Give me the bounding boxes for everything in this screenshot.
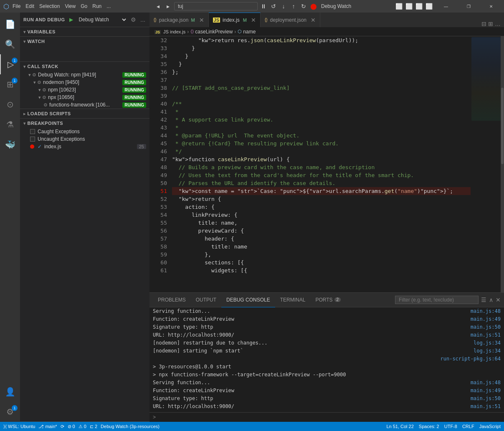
status-position[interactable]: Ln 51, Col 22 (386, 424, 413, 429)
code-line-39[interactable] (172, 92, 471, 100)
close-btn[interactable]: ✕ (481, 0, 501, 13)
code-line-45[interactable]: * @return {!Card} The resulting preview … (172, 139, 471, 147)
code-line-32[interactable]: "kw">return res.json(caseLinkPreview(par… (172, 36, 471, 44)
debug-step-over-btn[interactable]: ↓ (279, 2, 288, 10)
debug-pause-btn[interactable]: ⏸ (259, 2, 268, 10)
code-editor[interactable]: 3233343536373839404142434445464748495051… (149, 36, 471, 292)
status-ports[interactable]: ⊏ 2 (90, 424, 97, 429)
console-filter[interactable] (395, 296, 479, 304)
fullscreen-btn[interactable]: ⬜ (425, 2, 433, 10)
code-line-44[interactable]: * @param {!URL} url The event object. (172, 132, 471, 139)
command-search[interactable] (174, 2, 258, 10)
menu-run[interactable]: Run (92, 3, 101, 9)
code-line-50[interactable]: // Parses the URL and identify the case … (172, 179, 471, 187)
console-link[interactable]: main.js:49 (471, 387, 501, 395)
code-line-56[interactable]: previewCard: { (172, 227, 471, 235)
split-btn[interactable]: ⬜ (405, 2, 413, 10)
panel-btn[interactable]: ⬜ (415, 2, 423, 10)
activity-search[interactable]: 🔍 (0, 34, 20, 54)
tab-split-btn[interactable]: ⊟ (481, 20, 486, 27)
menu-file[interactable]: File (13, 3, 20, 9)
debug-forward-btn[interactable]: ▸ (164, 2, 172, 10)
breakpoints-header[interactable]: ▾ BREAKPOINTS (20, 119, 149, 128)
console-link[interactable]: main.js:49 (471, 315, 501, 323)
tab-packagejson[interactable]: {} package.json M ✕ (149, 13, 209, 27)
callstack-item-4[interactable]: ⚙ functions-framework [106... RUNNING (20, 101, 149, 109)
code-line-36[interactable]: }; (172, 68, 471, 76)
console-link[interactable]: main.js:51 (471, 403, 501, 411)
console-close-btn[interactable]: ✕ (496, 297, 501, 303)
status-errors[interactable]: ⊘ 0 (68, 424, 75, 429)
breadcrumb-func[interactable]: ⟨⟩ caseLinkPreview (190, 29, 233, 35)
code-content[interactable]: "kw">return res.json(caseLinkPreview(par… (170, 36, 471, 292)
debug-more-btn[interactable]: ... (139, 15, 146, 24)
debug-step-in-btn[interactable]: ↑ (289, 2, 298, 10)
status-sync[interactable]: ⟳ (61, 424, 64, 429)
debug-config-select[interactable]: Debug Watch (77, 16, 128, 23)
tab-close-packagejson[interactable]: ✕ (199, 17, 204, 23)
code-line-60[interactable]: sections: [{ (172, 259, 471, 266)
code-line-54[interactable]: linkPreview: { (172, 211, 471, 219)
console-link[interactable]: main.js:50 (471, 323, 501, 331)
menu-more[interactable]: ... (106, 3, 111, 9)
uncaught-checkbox[interactable] (30, 137, 35, 142)
layout-btn[interactable]: ⬜ (395, 2, 403, 10)
tab-indexjs[interactable]: JS index.js M ✕ (209, 13, 261, 27)
activity-explorer[interactable]: 📄 (0, 14, 20, 34)
status-eol[interactable]: CRLF (462, 424, 474, 429)
code-line-53[interactable]: action: { (172, 203, 471, 211)
caught-checkbox[interactable] (30, 129, 35, 134)
debug-continue-btn[interactable]: ↻ (299, 2, 308, 10)
panel-tab-terminal[interactable]: TERMINAL (275, 293, 311, 307)
code-line-42[interactable]: * A support case link preview. (172, 116, 471, 124)
breadcrumb-var[interactable]: ⬡ name (238, 29, 256, 35)
code-line-52[interactable]: "kw">return { (172, 195, 471, 203)
tab-close-indexjs[interactable]: ✕ (251, 17, 256, 23)
code-line-49[interactable]: // Uses the text from the card's header … (172, 171, 471, 179)
code-line-59[interactable]: }, (172, 251, 471, 259)
debug-back-btn[interactable]: ◂ (154, 2, 162, 10)
tab-close-deploymentjson[interactable]: ✕ (311, 17, 316, 23)
tab-more-btn[interactable]: … (495, 20, 501, 27)
console-link[interactable]: run-script-pkg.js:64 (441, 355, 501, 363)
scroll-indicator[interactable] (501, 36, 504, 292)
code-line-57[interactable]: header: { (172, 235, 471, 243)
console-link[interactable]: main.js:50 (471, 395, 501, 403)
debug-settings-btn[interactable]: ⚙ (130, 15, 137, 24)
console-collapse-btn[interactable]: ∧ (489, 297, 493, 303)
code-line-33[interactable]: } (172, 44, 471, 52)
panel-tab-ports[interactable]: PORTS 2 (310, 293, 346, 307)
activity-account[interactable]: 👤 (0, 382, 20, 402)
loaded-scripts-header[interactable]: ▸ LOADED SCRIPTS (20, 109, 149, 118)
code-line-37[interactable] (172, 76, 471, 84)
code-line-46[interactable]: */ (172, 147, 471, 155)
status-language[interactable]: JavaScript (479, 424, 501, 429)
breadcrumb-file[interactable]: JS JS index.js (154, 29, 185, 34)
callstack-item-2[interactable]: ▾ ⚙ npm [10623] RUNNING (20, 86, 149, 94)
callstack-item-3[interactable]: ▾ ⚙ npx [10656] RUNNING (20, 94, 149, 101)
console-link[interactable]: log.js:34 (474, 339, 501, 347)
code-line-41[interactable]: * (172, 108, 471, 116)
console-link[interactable]: main.js:48 (471, 307, 501, 315)
panel-tab-debug-console[interactable]: DEBUG CONSOLE (221, 293, 275, 307)
console-link[interactable]: log.js:34 (474, 347, 501, 355)
tab-layout-btn[interactable]: ⊞ (488, 20, 493, 27)
console-link[interactable]: main.js:48 (471, 379, 501, 387)
code-line-48[interactable]: // Builds a preview card with the case n… (172, 163, 471, 171)
callstack-header[interactable]: ▾ CALL STACK (20, 62, 149, 71)
code-line-38[interactable]: // [START add_ons_case_preview_link] (172, 84, 471, 92)
menu-selection[interactable]: Selection (39, 3, 60, 9)
code-line-34[interactable]: } (172, 52, 471, 60)
activity-extensions[interactable]: ⊞ 1 (0, 74, 20, 94)
code-line-61[interactable]: widgets: [{ (172, 266, 471, 274)
activity-docker[interactable]: 🐳 (0, 134, 20, 155)
status-debug[interactable]: Debug Watch (3p-resources) (101, 424, 160, 429)
code-line-58[interactable]: title: name (172, 243, 471, 251)
activity-debug[interactable]: ▷ 1 (0, 54, 20, 74)
watch-header[interactable]: ▾ WATCH (20, 37, 149, 46)
debug-restart-btn[interactable]: ↺ (269, 2, 278, 10)
restore-btn[interactable]: ❐ (459, 0, 478, 13)
code-line-40[interactable]: /** (172, 100, 471, 108)
minimap[interactable] (471, 36, 504, 292)
console-link[interactable]: main.js:51 (471, 331, 501, 339)
